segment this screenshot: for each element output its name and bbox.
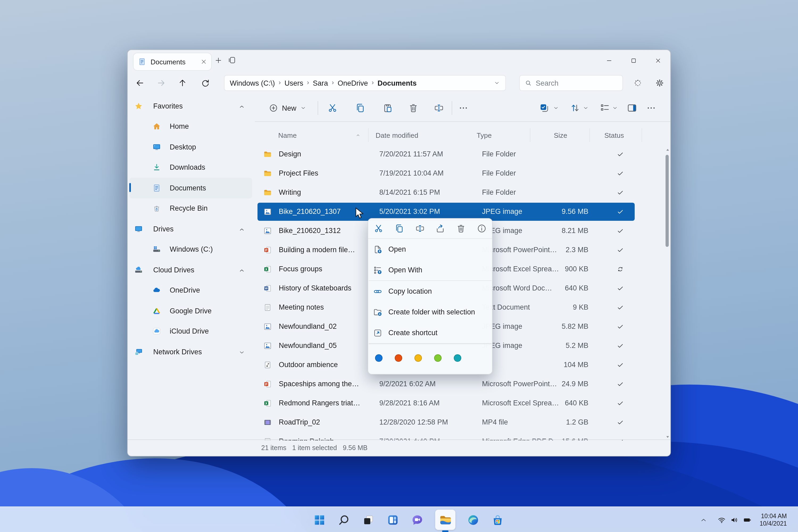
- sidebar-item-downloads[interactable]: Downloads: [128, 157, 254, 178]
- scrollbar-thumb[interactable]: [666, 155, 669, 247]
- back-button[interactable]: [135, 78, 145, 88]
- tab-close-icon[interactable]: [201, 58, 207, 65]
- new-tab-button[interactable]: [214, 56, 222, 64]
- view-chevron-icon[interactable]: [612, 105, 618, 111]
- sidebar-item-network-drives[interactable]: Network Drives: [128, 342, 254, 362]
- cut-button[interactable]: [327, 103, 338, 113]
- up-button[interactable]: [178, 78, 187, 88]
- sidebar-item-desktop[interactable]: Desktop: [128, 137, 254, 157]
- column-header-size[interactable]: Size: [554, 131, 567, 139]
- breadcrumb-segment-windows-c[interactable]: Windows (C:\): [230, 79, 275, 87]
- file-row-redmond-rangers-triat[interactable]: XRedmond Rangers triat…9/28/2021 8:16 AM…: [255, 394, 671, 413]
- sidebar-item-drives[interactable]: Drives: [128, 218, 254, 239]
- maximize-button[interactable]: [621, 50, 646, 71]
- sidebar-item-onedrive[interactable]: OneDrive: [128, 280, 254, 301]
- taskbar-store-button[interactable]: [491, 513, 504, 527]
- menu-item-copy-location[interactable]: Copy location: [368, 281, 492, 302]
- view-button[interactable]: [600, 103, 610, 113]
- select-chevron-icon[interactable]: [553, 105, 559, 111]
- chevron-down-icon[interactable]: [238, 348, 245, 355]
- sidebar-item-windows-c[interactable]: Windows (C:): [128, 239, 254, 260]
- copy-quick-button[interactable]: [394, 224, 404, 233]
- cut-quick-button[interactable]: [374, 224, 384, 233]
- battery-icon[interactable]: [743, 515, 752, 524]
- tab-overview-button[interactable]: [228, 56, 236, 64]
- tray-chevron-up-icon[interactable]: [700, 516, 707, 524]
- newfolder-icon: [373, 307, 382, 317]
- menu-item-create-folder-with-selection[interactable]: Create folder with selection: [368, 302, 492, 322]
- rename-quick-button[interactable]: [415, 224, 425, 233]
- chevron-up-icon[interactable]: [238, 103, 245, 110]
- tag-color-dot[interactable]: [375, 354, 382, 362]
- taskbar-start-button[interactable]: [313, 513, 326, 527]
- share-quick-button[interactable]: [435, 224, 445, 233]
- file-row-design[interactable]: Design7/20/2021 11:57 AMFile Folder: [255, 145, 671, 164]
- minimize-button[interactable]: [597, 50, 621, 71]
- chevron-up-icon[interactable]: [238, 267, 245, 273]
- address-bar[interactable]: Windows (C:\)›Users›Sara›OneDrive›Docume…: [224, 75, 506, 91]
- scrollbar-up-arrow[interactable]: [665, 147, 670, 153]
- clock[interactable]: 10:04 AM 10/4/2021: [760, 512, 787, 527]
- settings-gear-icon[interactable]: [655, 78, 664, 88]
- tag-color-dot[interactable]: [414, 354, 422, 362]
- file-name: Spaceships among the…: [279, 375, 359, 394]
- paste-button[interactable]: [382, 103, 393, 113]
- taskbar-chat-button[interactable]: [411, 513, 424, 527]
- sidebar-item-cloud-drives[interactable]: Cloud Drives: [128, 260, 254, 280]
- delete-quick-button[interactable]: [456, 224, 466, 233]
- check-status-icon: [616, 208, 624, 215]
- volume-icon[interactable]: [730, 515, 739, 524]
- column-header-type[interactable]: Type: [477, 131, 492, 139]
- more-toolbar-button[interactable]: [646, 103, 657, 113]
- file-row-spaceships-among-the[interactable]: PSpaceships among the…9/2/2021 6:02 AMMi…: [255, 375, 671, 394]
- column-header-name[interactable]: Name: [278, 131, 297, 139]
- chevron-up-icon[interactable]: [238, 226, 245, 232]
- menu-item-create-shortcut[interactable]: Create shortcut: [368, 322, 492, 343]
- breadcrumb-segment-sara[interactable]: Sara: [313, 79, 328, 87]
- rename-button[interactable]: [434, 103, 444, 113]
- column-header-status[interactable]: Status: [604, 131, 624, 139]
- menu-item-open-with[interactable]: Open With: [368, 260, 492, 280]
- forward-button[interactable]: [156, 78, 166, 88]
- taskbar-widgets-button[interactable]: [386, 513, 400, 527]
- wifi-icon[interactable]: [717, 515, 726, 524]
- taskbar-search-button[interactable]: [337, 513, 350, 527]
- tag-color-dot[interactable]: [395, 354, 402, 362]
- file-row-project-files[interactable]: Project Files7/19/2021 10:04 AMFile Fold…: [255, 164, 671, 183]
- sort-chevron-icon[interactable]: [583, 105, 589, 111]
- file-row-roadtrip-02[interactable]: RoadTrip_0212/28/2020 12:58 PMMP4 file1.…: [255, 413, 671, 432]
- delete-button[interactable]: [408, 103, 419, 113]
- image-file-icon: [263, 322, 272, 331]
- file-row-writing[interactable]: Writing8/14/2021 6:15 PMFile Folder: [255, 183, 671, 202]
- new-button[interactable]: New: [267, 100, 308, 116]
- copy-button[interactable]: [355, 103, 365, 113]
- more-options-button[interactable]: [458, 103, 469, 113]
- sidebar-item-icloud-drive[interactable]: iCloud Drive: [128, 321, 254, 342]
- sidebar-item-home[interactable]: Home: [128, 116, 254, 137]
- taskbar-explorer-button[interactable]: [435, 510, 455, 530]
- select-button[interactable]: [539, 103, 550, 113]
- breadcrumb-segment-documents[interactable]: Documents: [377, 79, 417, 87]
- breadcrumb-segment-users[interactable]: Users: [285, 79, 304, 87]
- taskbar-task-view-button[interactable]: [362, 513, 375, 527]
- tag-color-dot[interactable]: [434, 354, 441, 362]
- refresh-button[interactable]: [201, 78, 210, 88]
- preview-pane-button[interactable]: [627, 103, 637, 113]
- sidebar-item-favorites[interactable]: Favorites: [128, 96, 254, 116]
- tag-color-dot[interactable]: [454, 354, 461, 362]
- new-button-label: New: [282, 104, 296, 112]
- search-input[interactable]: Search: [519, 75, 623, 91]
- sort-button[interactable]: [570, 103, 581, 113]
- breadcrumb-segment-onedrive[interactable]: OneDrive: [338, 79, 368, 87]
- tab-documents[interactable]: Documents: [134, 53, 211, 70]
- close-button[interactable]: [646, 50, 670, 71]
- menu-item-open[interactable]: Open: [368, 239, 492, 260]
- sidebar-item-recycle-bin[interactable]: Recycle Bin: [128, 198, 254, 218]
- sidebar-item-documents[interactable]: Documents: [129, 178, 252, 198]
- taskbar-edge-button[interactable]: [467, 513, 480, 527]
- properties-quick-button[interactable]: [477, 224, 487, 233]
- sidebar-item-google-drive[interactable]: Google Drive: [128, 301, 254, 321]
- address-dropdown-chevron-icon[interactable]: [494, 80, 500, 86]
- column-header-date[interactable]: Date modified: [376, 131, 418, 139]
- scrollbar-down-arrow[interactable]: [665, 434, 670, 439]
